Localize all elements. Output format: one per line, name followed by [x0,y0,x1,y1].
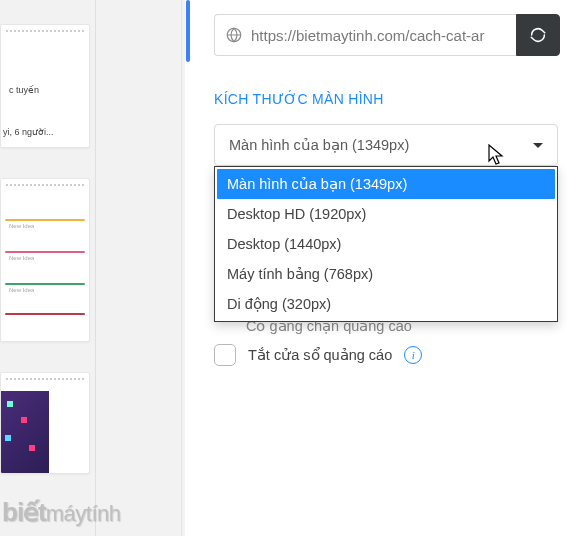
chart-tag: New Idea [9,255,34,261]
checkbox-label: Tắt cửa sổ quảng cáo [248,347,392,363]
thumbnail-text: c tuyến [9,85,39,95]
screen-size-dropdown: Màn hình của bạn (1349px)Desktop HD (192… [214,166,558,322]
globe-icon [225,26,243,44]
select-display-value: Màn hình của bạn (1349px) [229,137,409,153]
screen-size-option[interactable]: Desktop (1440px) [217,229,555,259]
screen-size-select[interactable]: Màn hình của bạn (1349px) [214,124,558,166]
panel-divider [181,0,182,536]
close-popup-ads-checkbox[interactable] [214,344,236,366]
screen-size-option[interactable]: Desktop HD (1920px) [217,199,555,229]
scroll-indicator [186,0,190,62]
chevron-down-icon [533,143,543,148]
refresh-button[interactable] [516,14,560,56]
chart-bar [5,283,85,285]
thumbnail-card[interactable]: New IdeaNew IdeaNew Idea [0,178,90,342]
refresh-icon [529,26,547,44]
section-title: KÍCH THƯỚC MÀN HÌNH [214,91,384,107]
info-icon[interactable]: i [404,346,422,364]
close-popup-ads-row: Tắt cửa sổ quảng cáo i [214,344,422,366]
chart-tag: New Idea [9,223,34,229]
url-input[interactable]: https://bietmaytinh.com/cach-cat-ar [214,14,516,56]
thumbnail-card[interactable]: c tuyến yi, 6 người... [0,24,90,148]
chart-bar [5,219,85,221]
decorative-dots [5,29,85,33]
left-thumbnail-column: c tuyến yi, 6 người... New IdeaNew IdeaN… [0,0,96,536]
thumbnail-text: yi, 6 người... [3,127,87,137]
screen-size-option[interactable]: Máy tính bảng (768px) [217,259,555,289]
screen-size-option[interactable]: Màn hình của bạn (1349px) [217,169,555,199]
screen-size-option[interactable]: Di động (320px) [217,289,555,319]
decorative-dots [5,183,85,187]
decorative-dots [5,377,85,381]
url-bar: https://bietmaytinh.com/cach-cat-ar [214,14,560,56]
thumbnail-card[interactable] [0,372,90,474]
chart-bar [5,251,85,253]
screen-size-select-wrap: Màn hình của bạn (1349px) Màn hình của b… [214,124,558,166]
thumbnail-art [1,391,49,473]
url-text: https://bietmaytinh.com/cach-cat-ar [251,27,484,44]
chart-bar [5,313,85,315]
chart-tag: New Idea [9,287,34,293]
